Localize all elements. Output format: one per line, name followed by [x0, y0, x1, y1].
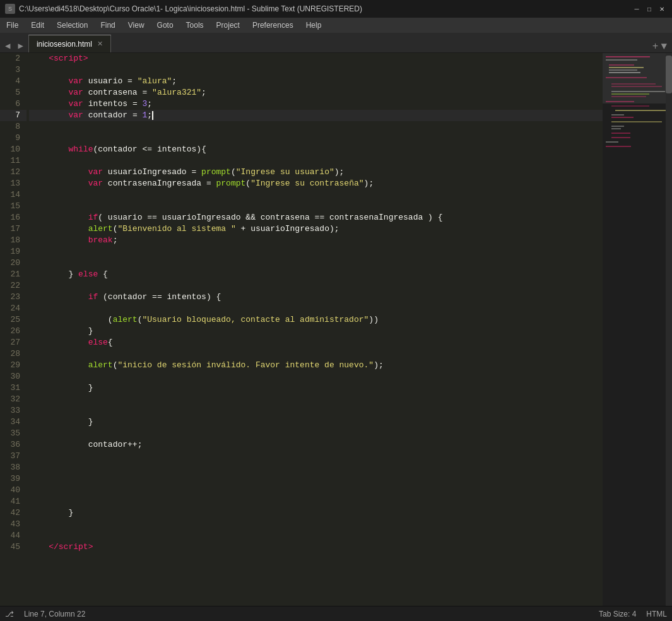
maximize-button[interactable]: □: [644, 4, 654, 14]
line-num-14: 14: [0, 189, 27, 201]
menu-bar: File Edit Selection Find View Goto Tools…: [0, 18, 672, 33]
code-line-20: [29, 257, 603, 269]
title-bar-left: S C:\Users\edi4518\Desktop\Curso Oracle\…: [5, 4, 362, 14]
menu-project[interactable]: Project: [210, 18, 246, 33]
code-line-8: [29, 121, 603, 133]
code-line-31: }: [29, 382, 603, 394]
menu-tools[interactable]: Tools: [180, 18, 210, 33]
svg-rect-19: [611, 128, 621, 129]
tab-prev-button[interactable]: ◀: [3, 39, 13, 52]
line-num-42: 42: [0, 507, 27, 519]
code-line-40: [29, 485, 603, 496]
code-line-12: var usuarioIngresado = prompt("Ingrese s…: [29, 167, 603, 178]
tab-bar: ◀ ▶ iniciosesion.html ✕ + ▼: [0, 33, 672, 53]
code-line-15: [29, 201, 603, 212]
new-tab-button[interactable]: +: [652, 41, 659, 52]
line-num-44: 44: [0, 530, 27, 541]
svg-rect-22: [606, 141, 618, 143]
git-icon: ⎇: [5, 610, 14, 618]
code-line-18: break;: [29, 235, 603, 246]
code-line-45: </script>: [29, 541, 603, 553]
line-num-15: 15: [0, 201, 27, 212]
code-line-41: [29, 496, 603, 507]
menu-find[interactable]: Find: [94, 18, 121, 33]
syntax-label: HTML: [646, 610, 667, 618]
minimize-button[interactable]: ─: [632, 4, 642, 14]
line-num-31: 31: [0, 382, 27, 394]
code-line-23: if (contador == intentos) {: [29, 292, 603, 303]
code-editor[interactable]: <script> var usuario = "alura"; var cont…: [27, 53, 603, 606]
window-controls: ─ □ ✕: [632, 4, 667, 14]
line-num-13: 13: [0, 178, 27, 189]
line-num-25: 25: [0, 314, 27, 326]
line-num-38: 38: [0, 462, 27, 473]
svg-rect-17: [611, 121, 662, 122]
menu-selection[interactable]: Selection: [50, 18, 94, 33]
title-bar: S C:\Users\edi4518\Desktop\Curso Oracle\…: [0, 0, 672, 18]
minimap-viewport: [603, 53, 666, 104]
line-num-3: 3: [0, 64, 27, 76]
line-num-8: 8: [0, 121, 27, 133]
code-line-26: }: [29, 326, 603, 337]
editor-area: 2 3 4 5 6 7 8 9 10 11 12 13 14 15 16 17 …: [0, 53, 672, 606]
code-line-4: var usuario = "alura";: [29, 76, 603, 87]
close-button[interactable]: ✕: [657, 4, 667, 14]
svg-rect-14: [615, 110, 666, 111]
code-line-3: [29, 64, 603, 76]
line-num-33: 33: [0, 405, 27, 417]
svg-rect-13: [611, 105, 649, 107]
line-num-7: 7: [0, 110, 27, 121]
menu-preferences[interactable]: Preferences: [246, 18, 300, 33]
line-num-26: 26: [0, 326, 27, 337]
title-bar-text: C:\Users\edi4518\Desktop\Curso Oracle\1-…: [19, 4, 362, 13]
tab-label: iniciosesion.html: [37, 40, 92, 49]
svg-rect-20: [611, 133, 630, 134]
menu-goto[interactable]: Goto: [151, 18, 180, 33]
code-line-36: contador++;: [29, 439, 603, 451]
menu-view[interactable]: View: [122, 18, 151, 33]
line-num-27: 27: [0, 337, 27, 348]
tab-list-button[interactable]: ▼: [661, 41, 667, 52]
code-line-33: [29, 405, 603, 417]
svg-rect-16: [611, 117, 634, 118]
line-num-12: 12: [0, 167, 27, 178]
minimap: [603, 53, 666, 606]
code-line-44: [29, 530, 603, 541]
line-num-36: 36: [0, 439, 27, 451]
svg-rect-15: [611, 114, 624, 115]
tab-actions: + ▼: [652, 41, 672, 52]
status-bar: ⎇ Line 7, Column 22 Tab Size: 4 HTML: [0, 606, 672, 621]
code-line-17: alert("Bienvenido al sistema " + usuario…: [29, 223, 603, 235]
code-line-39: [29, 473, 603, 485]
line-num-40: 40: [0, 485, 27, 496]
svg-rect-21: [611, 137, 630, 138]
line-gutter: 2 3 4 5 6 7 8 9 10 11 12 13 14 15 16 17 …: [0, 53, 27, 606]
code-line-24: [29, 303, 603, 314]
scrollbar-thumb[interactable]: [666, 56, 672, 93]
tab-size-label: Tab Size: 4: [599, 610, 636, 618]
code-line-34: }: [29, 417, 603, 428]
line-num-41: 41: [0, 496, 27, 507]
code-line-21: } else {: [29, 269, 603, 280]
line-num-35: 35: [0, 428, 27, 439]
code-line-27: else{: [29, 337, 603, 348]
tab-close-button[interactable]: ✕: [97, 40, 103, 48]
line-num-16: 16: [0, 212, 27, 223]
line-num-32: 32: [0, 394, 27, 405]
code-line-9: [29, 133, 603, 144]
menu-file[interactable]: File: [0, 18, 25, 33]
code-line-11: [29, 155, 603, 167]
code-line-5: var contrasena = "alura321";: [29, 87, 603, 98]
code-line-6: var intentos = 3;: [29, 98, 603, 110]
tab-iniciosesion[interactable]: iniciosesion.html ✕: [28, 35, 111, 52]
menu-edit[interactable]: Edit: [25, 18, 50, 33]
code-line-38: [29, 462, 603, 473]
line-num-37: 37: [0, 451, 27, 462]
code-line-29: alert("inicio de sesión inválido. Favor …: [29, 360, 603, 371]
line-num-18: 18: [0, 235, 27, 246]
vertical-scrollbar[interactable]: [666, 53, 672, 606]
code-line-19: [29, 246, 603, 257]
tab-next-button[interactable]: ▶: [15, 39, 25, 52]
line-num-29: 29: [0, 360, 27, 371]
menu-help[interactable]: Help: [300, 18, 328, 33]
